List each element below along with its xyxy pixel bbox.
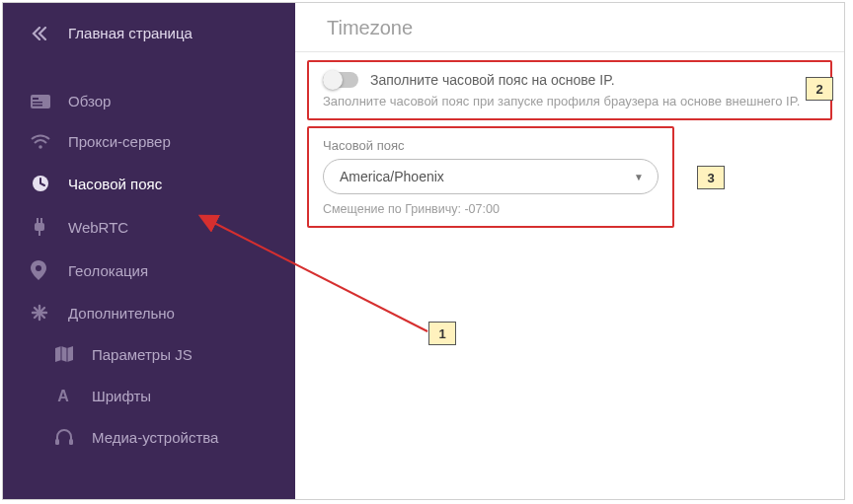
sidebar-item-advanced[interactable]: Дополнительно xyxy=(3,292,295,333)
clock-icon xyxy=(31,174,54,193)
timezone-select-value: America/Phoenix xyxy=(340,169,444,184)
sidebar-item-label: Часовой пояс xyxy=(68,176,162,192)
svg-rect-2 xyxy=(33,102,42,104)
svg-point-10 xyxy=(36,265,41,271)
page-title: Timezone xyxy=(295,3,844,52)
sidebar-item-label: Прокси-сервер xyxy=(68,133,171,150)
sidebar-home-label: Главная страница xyxy=(68,25,193,41)
svg-rect-9 xyxy=(39,230,40,236)
timezone-select[interactable]: America/Phoenix ▼ xyxy=(323,159,659,194)
wifi-icon xyxy=(31,134,54,150)
svg-rect-19 xyxy=(69,439,73,445)
main-panel: Timezone Заполните часовой пояс на основ… xyxy=(295,3,844,499)
ip-timezone-desc: Заполните часовой пояс при запуске профи… xyxy=(323,94,816,108)
sidebar: Главная страница Обзор Прокси-сервер Час… xyxy=(3,3,295,499)
sidebar-item-overview[interactable]: Обзор xyxy=(3,81,295,121)
sidebar-item-label: Шрифты xyxy=(92,388,151,404)
sidebar-item-timezone[interactable]: Часовой пояс xyxy=(3,162,295,205)
svg-rect-1 xyxy=(33,98,39,100)
card-icon xyxy=(31,94,54,109)
svg-rect-6 xyxy=(35,223,44,231)
svg-rect-7 xyxy=(37,218,39,224)
chevron-down-icon: ▼ xyxy=(634,172,644,182)
sidebar-item-label: Параметры JS xyxy=(92,346,193,363)
sidebar-item-proxy[interactable]: Прокси-сервер xyxy=(3,121,295,162)
plug-icon xyxy=(31,217,54,237)
svg-rect-3 xyxy=(33,105,42,107)
svg-rect-18 xyxy=(55,439,59,445)
asterisk-icon xyxy=(31,304,54,322)
timezone-select-block: Часовой пояс America/Phoenix ▼ Смещение … xyxy=(307,126,674,228)
sidebar-item-label: Геолокация xyxy=(68,262,148,279)
map-icon xyxy=(54,345,78,363)
sidebar-home[interactable]: Главная страница xyxy=(3,11,295,59)
sidebar-item-jsparams[interactable]: Параметры JS xyxy=(3,333,295,375)
sidebar-item-label: Дополнительно xyxy=(68,305,175,322)
sidebar-item-webrtc[interactable]: WebRTC xyxy=(3,205,295,249)
ip-timezone-toggle-label: Заполните часовой пояс на основе IP. xyxy=(370,72,615,88)
svg-point-4 xyxy=(39,145,42,149)
svg-text:A: A xyxy=(57,388,69,404)
sidebar-item-geolocation[interactable]: Геолокация xyxy=(3,249,295,292)
sidebar-item-media[interactable]: Медиа-устройства xyxy=(3,416,295,458)
collapse-icon xyxy=(31,27,54,40)
headphones-icon xyxy=(54,428,78,446)
timezone-offset: Смещение по Гринвичу: -07:00 xyxy=(323,202,659,216)
sidebar-item-label: WebRTC xyxy=(68,219,128,236)
sidebar-item-label: Медиа-устройства xyxy=(92,429,218,446)
ip-timezone-toggle[interactable] xyxy=(323,72,358,88)
ip-timezone-block: Заполните часовой пояс на основе IP. Зап… xyxy=(307,60,832,120)
sidebar-item-label: Обзор xyxy=(68,93,111,109)
font-icon: A xyxy=(54,387,78,404)
pin-icon xyxy=(31,260,54,280)
timezone-field-label: Часовой пояс xyxy=(323,138,659,153)
callout-badge-2: 2 xyxy=(806,77,833,101)
callout-badge-3: 3 xyxy=(697,166,725,189)
callout-badge-1: 1 xyxy=(428,322,456,345)
sidebar-item-fonts[interactable]: A Шрифты xyxy=(3,375,295,416)
svg-rect-8 xyxy=(40,218,42,224)
